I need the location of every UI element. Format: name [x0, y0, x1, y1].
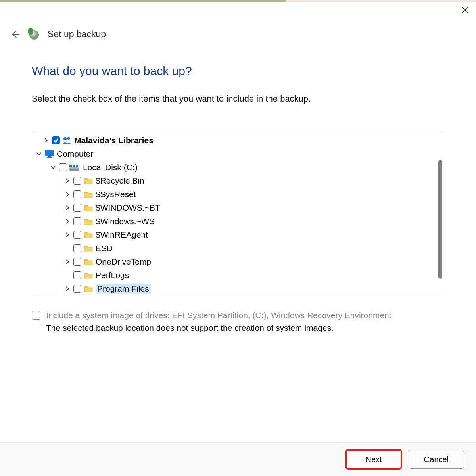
checkbox-folder[interactable]	[73, 258, 81, 266]
backup-items-tree[interactable]: Malavida's Libraries Computer	[32, 132, 444, 298]
expander-collapsed-icon[interactable]	[64, 258, 71, 265]
tree-row-folder[interactable]: ESD	[35, 242, 437, 255]
tree-label: $Windows.~WS	[96, 217, 155, 226]
expander-expanded-icon[interactable]	[50, 164, 57, 171]
system-image-warning: The selected backup location does not su…	[46, 323, 392, 333]
tree-row-folder[interactable]: PerfLogs	[35, 269, 437, 282]
window-title: Set up backup	[48, 29, 106, 40]
svg-rect-3	[48, 156, 51, 157]
tree-label: Local Disk (C:)	[83, 163, 138, 172]
tree-row-computer[interactable]: Computer	[35, 147, 437, 161]
checkbox-folder[interactable]	[73, 217, 81, 225]
checkbox-folder[interactable]	[73, 177, 81, 185]
tree-row-folder[interactable]: $WINDOWS.~BT	[35, 201, 437, 215]
folder-icon	[84, 230, 93, 240]
tree-row-folder[interactable]: Program Files	[35, 282, 437, 296]
svg-point-1	[67, 137, 70, 140]
expander-collapsed-icon[interactable]	[64, 231, 71, 238]
checkbox-folder[interactable]	[73, 285, 81, 293]
tree-label: Program Files	[96, 284, 151, 294]
tree-label: $WinREAgent	[96, 230, 148, 240]
close-button[interactable]	[461, 6, 469, 14]
tree-label: $SysReset	[96, 190, 136, 199]
window-top-accent	[0, 0, 476, 2]
page-heading: What do you want to back up?	[32, 64, 444, 78]
libraries-icon	[62, 136, 72, 145]
system-image-option-label: Include a system image of drives: EFI Sy…	[46, 309, 392, 321]
checkbox-folder[interactable]	[73, 271, 81, 279]
backup-wizard-icon	[28, 28, 40, 40]
checkbox-folder[interactable]	[73, 190, 81, 198]
expander-expanded-icon[interactable]	[35, 150, 42, 157]
close-icon	[461, 6, 468, 13]
svg-rect-4	[47, 157, 52, 158]
computer-icon	[45, 149, 54, 159]
arrow-left-icon	[10, 29, 20, 39]
cancel-button[interactable]: Cancel	[409, 450, 464, 469]
tree-row-libraries[interactable]: Malavida's Libraries	[35, 134, 437, 147]
folder-icon	[84, 176, 93, 186]
folder-icon	[84, 244, 93, 253]
tree-label: ESD	[96, 244, 113, 253]
checkbox-libraries[interactable]	[52, 136, 60, 144]
tree-label: Malavida's Libraries	[74, 136, 154, 145]
tree-row-local-disk[interactable]: Local Disk (C:)	[35, 161, 437, 174]
tree-label: OneDriveTemp	[96, 257, 151, 267]
tree-row-folder[interactable]: $Windows.~WS	[35, 215, 437, 228]
tree-row-folder[interactable]: OneDriveTemp	[35, 255, 437, 269]
back-button[interactable]	[10, 29, 21, 40]
folder-icon	[84, 190, 93, 199]
drive-icon	[69, 163, 81, 172]
next-button[interactable]: Next	[346, 450, 401, 469]
scrollbar-thumb[interactable]	[438, 160, 442, 279]
folder-icon	[84, 257, 93, 267]
svg-point-0	[63, 137, 67, 140]
checkbox-local-disk[interactable]	[59, 163, 67, 171]
folder-icon	[84, 271, 93, 280]
tree-label: $Recycle.Bin	[96, 176, 144, 186]
folder-icon	[84, 284, 93, 294]
checkbox-folder[interactable]	[73, 231, 81, 239]
tree-row-folder[interactable]: $Recycle.Bin	[35, 174, 437, 188]
checkbox-folder[interactable]	[73, 204, 81, 212]
tree-label: $WINDOWS.~BT	[96, 203, 160, 213]
button-bar: Next Cancel	[0, 442, 476, 476]
page-instruction: Select the check box of the items that y…	[32, 94, 444, 104]
checkbox-system-image	[32, 311, 40, 320]
folder-icon	[84, 203, 93, 213]
tree-label: PerfLogs	[96, 271, 129, 280]
expander-collapsed-icon[interactable]	[64, 218, 71, 225]
expander-collapsed-icon[interactable]	[42, 137, 50, 144]
expander-collapsed-icon[interactable]	[64, 285, 71, 292]
tree-row-folder[interactable]: $SysReset	[35, 188, 437, 201]
tree-row-folder[interactable]: $WinREAgent	[35, 228, 437, 242]
svg-rect-2	[45, 150, 54, 156]
expander-collapsed-icon[interactable]	[64, 191, 71, 198]
checkbox-folder[interactable]	[73, 244, 81, 252]
tree-label: Computer	[57, 149, 93, 159]
folder-icon	[84, 217, 93, 226]
expander-collapsed-icon[interactable]	[64, 204, 71, 211]
expander-collapsed-icon[interactable]	[64, 177, 71, 184]
